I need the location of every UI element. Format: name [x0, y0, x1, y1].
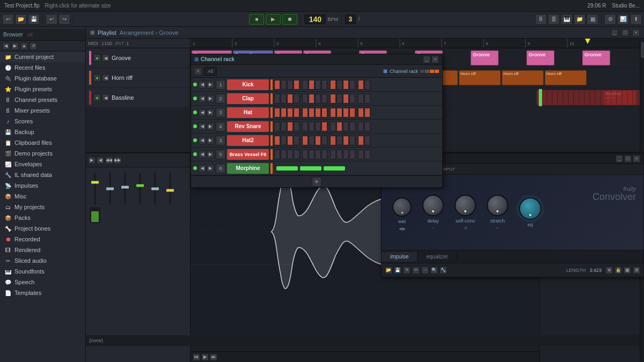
fader-4-handle[interactable]: [136, 184, 144, 187]
morphine-instrument[interactable]: Morphine: [227, 163, 269, 174]
mixer-btn[interactable]: 🎚: [535, 14, 547, 25]
conv-grid[interactable]: ▦: [624, 267, 631, 274]
play-btn[interactable]: ▶: [266, 14, 281, 25]
playlist-maximize[interactable]: □: [621, 29, 629, 36]
rack-filter[interactable]: All: [204, 67, 217, 76]
new-btn[interactable]: ↩: [2, 14, 14, 25]
kick-btn2[interactable]: ▶: [207, 81, 214, 88]
sidebar-item-recorded[interactable]: Recorded: [0, 234, 85, 245]
sidebar-item-backup[interactable]: Backup: [0, 127, 85, 137]
browser-btn[interactable]: 📁: [574, 14, 586, 25]
sidebar-item-speech[interactable]: Speech: [0, 277, 85, 287]
impulse-tab[interactable]: impulse: [382, 252, 418, 262]
horn-small-5[interactable]: Horn riff: [502, 70, 544, 85]
channel-rack-btn[interactable]: 🎛: [548, 14, 560, 25]
brass-instrument[interactable]: Brass Vessel F6: [227, 149, 269, 160]
hat2-instrument[interactable]: Hat2: [227, 135, 269, 146]
playlist-minimize[interactable]: _: [611, 29, 618, 36]
rack-minimize[interactable]: _: [423, 56, 430, 63]
clap-instrument[interactable]: Clap: [227, 93, 269, 104]
sidebar-item-il-shared[interactable]: IL shared data: [0, 169, 85, 180]
add-channel-btn[interactable]: +: [312, 177, 321, 187]
horn-mute[interactable]: ●: [93, 74, 101, 82]
horn-small-6[interactable]: Horn riff: [545, 70, 587, 85]
revsnare-instrument[interactable]: Rev Snare: [227, 121, 269, 132]
open-btn[interactable]: 📂: [15, 14, 27, 25]
clap-btn2[interactable]: ▶: [207, 95, 214, 102]
sidebar-item-plugin-database[interactable]: Plugin database: [0, 73, 85, 84]
piano-roll-btn[interactable]: 🎹: [561, 14, 573, 25]
eq-knob[interactable]: [519, 197, 541, 220]
sidebar-item-impulses[interactable]: Impulses: [0, 180, 85, 191]
save-btn[interactable]: 💾: [28, 14, 40, 25]
hat-btn2[interactable]: ▶: [207, 109, 214, 116]
kick-btn1[interactable]: ◀: [199, 81, 206, 88]
bass-pattern-end[interactable]: [537, 90, 644, 105]
settings-btn[interactable]: ⚙: [604, 14, 616, 25]
selfconv-knob[interactable]: [455, 195, 476, 216]
playlist-close[interactable]: ×: [632, 29, 640, 36]
sidebar-item-mixer-presets[interactable]: Mixer presets: [0, 105, 85, 116]
up-btn[interactable]: ▲: [20, 42, 28, 50]
transport-prev[interactable]: ⏮: [193, 353, 200, 361]
mix-btn1[interactable]: ▶: [88, 157, 96, 164]
cpu-btn[interactable]: 📊: [617, 14, 629, 25]
conv-snap[interactable]: 🔒: [614, 267, 622, 274]
master-fader-handle[interactable]: [91, 181, 99, 184]
sidebar-item-sliced-audio[interactable]: Sliced audio: [0, 255, 85, 266]
conv-arrow[interactable]: →: [421, 267, 429, 274]
mix-btn3[interactable]: ◀◀: [105, 157, 113, 164]
fader-6-handle[interactable]: [166, 189, 174, 192]
browser-tab[interactable]: Browser: [3, 32, 23, 38]
rack-add[interactable]: +: [194, 68, 202, 75]
revsnare-btn2[interactable]: ▶: [207, 123, 214, 130]
back-btn[interactable]: ◀: [2, 42, 10, 50]
sidebar-item-project-bones[interactable]: Project bones: [0, 223, 85, 234]
record-btn[interactable]: ⏺: [282, 14, 297, 25]
conv-load[interactable]: 📂: [385, 267, 392, 274]
wet-knob[interactable]: [392, 197, 412, 217]
undo-btn[interactable]: ↩: [46, 14, 57, 25]
refresh-btn[interactable]: ↺: [30, 42, 37, 50]
equalizer-tab[interactable]: equalizer: [418, 252, 457, 261]
conv-maximize[interactable]: □: [624, 155, 632, 162]
sidebar-item-envelopes[interactable]: Envelopes: [0, 159, 85, 169]
groove-block-8[interactable]: Groove: [582, 50, 610, 65]
kick-instrument[interactable]: Kick: [227, 79, 269, 90]
rack-close[interactable]: ×: [431, 56, 439, 63]
mix-btn4[interactable]: ▶▶: [114, 157, 121, 164]
hat-instrument[interactable]: Hat: [227, 107, 269, 118]
pattern-btn[interactable]: ▦: [587, 14, 598, 25]
brass-btn2[interactable]: ▶: [207, 151, 214, 158]
conv-zoom[interactable]: 🔍: [430, 267, 438, 274]
sidebar-item-recent-files[interactable]: Recent files: [0, 62, 85, 73]
groove-mute[interactable]: ●: [93, 54, 101, 62]
conv-tool[interactable]: 🔧: [440, 267, 447, 274]
conv-save[interactable]: 💾: [394, 267, 401, 274]
export-btn[interactable]: ⬆: [630, 14, 642, 25]
hat2-btn1[interactable]: ◀: [199, 137, 206, 144]
revsnare-btn1[interactable]: ◀: [199, 123, 206, 130]
conv-scissors[interactable]: ✂: [412, 267, 420, 274]
clap-btn1[interactable]: ◀: [199, 95, 206, 102]
groove-block-7[interactable]: Groove: [526, 50, 554, 65]
fader-5-handle[interactable]: [151, 188, 159, 190]
groove-solo[interactable]: ◀: [102, 54, 109, 62]
horn-small-4[interactable]: Horn riff: [459, 70, 501, 85]
fwd-btn[interactable]: ▶: [11, 42, 19, 50]
morphine-btn2[interactable]: ▶: [207, 165, 214, 172]
stretch-knob[interactable]: [487, 195, 508, 216]
sidebar-item-templates[interactable]: Templates: [0, 287, 85, 298]
fader-2-handle[interactable]: [106, 188, 114, 190]
sidebar-item-current-project[interactable]: Current project: [0, 51, 85, 62]
time-sig-num[interactable]: 3: [345, 14, 356, 24]
sidebar-item-my-projects[interactable]: My projects: [0, 202, 85, 212]
hat-btn1[interactable]: ◀: [199, 109, 206, 116]
sidebar-item-scores[interactable]: Scores: [0, 116, 85, 127]
sidebar-item-demo[interactable]: Demo projects: [0, 148, 85, 159]
horn-solo[interactable]: ◀: [102, 74, 109, 82]
transport-fwd[interactable]: ⏭: [210, 353, 217, 361]
sidebar-item-misc[interactable]: Misc: [0, 191, 85, 202]
conv-more[interactable]: ⊞: [633, 267, 640, 274]
brass-btn1[interactable]: ◀: [199, 151, 206, 158]
